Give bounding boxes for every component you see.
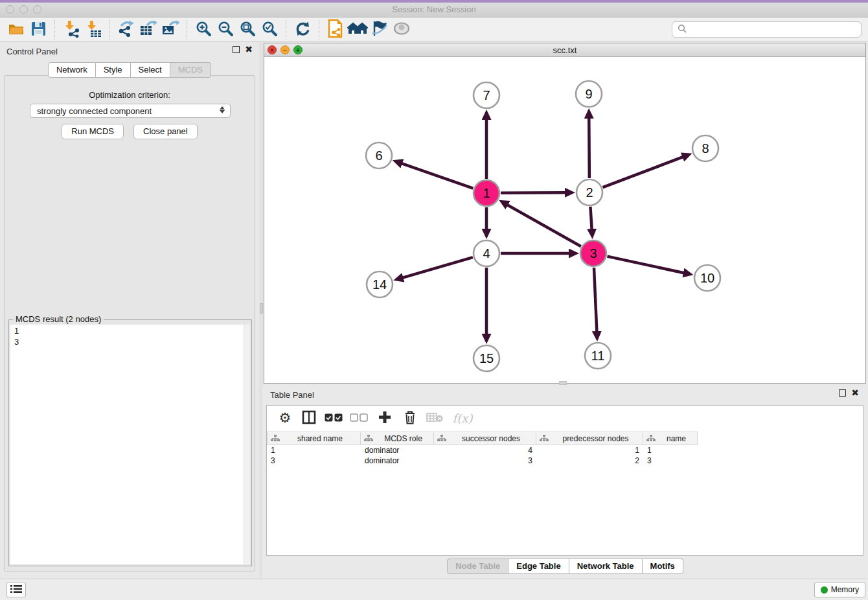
- export-network-button[interactable]: [115, 19, 137, 40]
- network-from-file-button[interactable]: [325, 19, 347, 40]
- task-history-button[interactable]: [6, 582, 26, 597]
- node-15[interactable]: 15: [474, 345, 499, 371]
- node-1[interactable]: 1: [474, 180, 499, 206]
- tab-style[interactable]: Style: [96, 62, 131, 78]
- memory-label: Memory: [831, 585, 859, 594]
- delete-column-button[interactable]: [398, 409, 422, 428]
- edge-4-14[interactable]: [403, 257, 473, 278]
- edge-1-6[interactable]: [402, 163, 473, 189]
- zoom-out-button[interactable]: [214, 19, 236, 40]
- criterion-dropdown[interactable]: strongly connected component: [30, 104, 231, 118]
- edge-2-8[interactable]: [603, 157, 683, 187]
- node-3[interactable]: 3: [580, 240, 606, 266]
- node-7[interactable]: 7: [474, 82, 499, 108]
- node-14[interactable]: 14: [367, 271, 393, 297]
- control-panel: Control Panel ✖ NetworkStyleSelectMCDS O…: [0, 42, 259, 579]
- deselect-all-rows-button[interactable]: [346, 409, 372, 428]
- export-image-button[interactable]: [159, 19, 181, 40]
- zoom-selected-button[interactable]: [258, 19, 280, 40]
- divider-handle[interactable]: [260, 303, 263, 314]
- node-6[interactable]: 6: [366, 143, 392, 168]
- save-session-button[interactable]: [27, 19, 49, 40]
- export-network-icon: [117, 19, 135, 40]
- show-graphics-button[interactable]: [391, 19, 413, 40]
- table-settings-button[interactable]: ⚙: [273, 409, 297, 428]
- apply-style-button[interactable]: [291, 19, 314, 40]
- eye-icon: [393, 21, 411, 38]
- close-table-panel-icon[interactable]: ✖: [851, 389, 859, 397]
- node-2[interactable]: 2: [577, 179, 602, 205]
- table-cell: 1: [536, 445, 643, 456]
- float-table-panel-icon[interactable]: [839, 389, 846, 397]
- node-table: shared nameMCDS rolesuccessor nodesprede…: [267, 432, 863, 466]
- memory-button[interactable]: Memory: [814, 582, 865, 597]
- search-box[interactable]: [672, 21, 862, 38]
- show-all-networks-button[interactable]: [347, 19, 369, 40]
- node-10[interactable]: 10: [694, 265, 720, 291]
- node-4[interactable]: 4: [474, 240, 499, 266]
- tab-mcds[interactable]: MCDS: [170, 62, 211, 78]
- column-header-MCDS-role[interactable]: MCDS role: [361, 432, 434, 445]
- search-input[interactable]: [691, 25, 856, 34]
- network-canvas[interactable]: 7968124314101511: [264, 57, 865, 383]
- float-panel-icon[interactable]: [233, 46, 240, 53]
- close-panel-icon[interactable]: ✖: [245, 46, 253, 53]
- table-toolbar: ⚙ f(x): [267, 406, 863, 431]
- import-network-button[interactable]: [60, 19, 82, 40]
- result-scrollbar[interactable]: [244, 325, 250, 564]
- network-window-titlebar[interactable]: × − + scc.txt: [264, 43, 865, 57]
- hide-visual-style-button[interactable]: [369, 19, 391, 40]
- split-handle[interactable]: [559, 381, 567, 385]
- import-table-button[interactable]: [82, 19, 104, 40]
- network-window: × − + scc.txt 7968124314101511: [264, 43, 866, 384]
- zoom-in-icon: [195, 20, 212, 40]
- node-label: 11: [591, 349, 605, 363]
- table-cell: 3: [643, 456, 698, 466]
- edge-3-1[interactable]: [507, 205, 581, 246]
- file-network-icon: [326, 19, 345, 40]
- export-table-button[interactable]: [137, 19, 159, 40]
- node-label: 14: [372, 277, 387, 292]
- edge-3-11[interactable]: [594, 268, 597, 332]
- table-row[interactable]: 1dominator411: [267, 445, 863, 456]
- tab-network[interactable]: Network: [48, 62, 96, 78]
- add-column-button[interactable]: [372, 409, 398, 428]
- zoom-in-button[interactable]: [192, 19, 214, 40]
- column-header-name[interactable]: name: [643, 432, 698, 445]
- fx-icon: f(x): [453, 411, 473, 425]
- edge-1-2[interactable]: [501, 192, 565, 193]
- edge-3-10[interactable]: [608, 257, 684, 273]
- table-panel-title: Table Panel: [270, 390, 314, 400]
- tab-node-table[interactable]: Node Table: [447, 559, 508, 574]
- column-header-successor-nodes[interactable]: successor nodes: [434, 432, 536, 445]
- node-11[interactable]: 11: [585, 343, 611, 369]
- node-8[interactable]: 8: [692, 135, 718, 161]
- node-label: 2: [586, 185, 593, 200]
- edge-2-3[interactable]: [590, 207, 591, 229]
- table-row[interactable]: 3dominator323: [267, 456, 863, 466]
- select-all-rows-button[interactable]: [321, 409, 346, 428]
- delete-table-icon: [426, 412, 443, 424]
- checked-boxes-icon: [325, 413, 343, 424]
- tab-network-table[interactable]: Network Table: [569, 559, 643, 574]
- mcds-result-area[interactable]: 1 3: [10, 325, 250, 564]
- function-builder-button-disabled: f(x): [447, 409, 478, 428]
- tab-edge-table[interactable]: Edge Table: [508, 559, 569, 574]
- zoom-fit-button[interactable]: [236, 19, 258, 40]
- mcds-result-text: 1 3: [10, 325, 250, 348]
- column-header-predecessor-nodes[interactable]: predecessor nodes: [536, 432, 643, 445]
- column-visibility-button[interactable]: [297, 409, 321, 428]
- open-session-button[interactable]: [5, 19, 27, 40]
- run-mcds-button[interactable]: Run MCDS: [62, 124, 124, 139]
- column-header-shared-name[interactable]: shared name: [267, 432, 361, 445]
- edge-2-9[interactable]: [589, 118, 589, 178]
- table-cell: 2: [536, 456, 643, 466]
- status-bar: Memory: [0, 579, 868, 600]
- node-9[interactable]: 9: [576, 81, 602, 107]
- optimization-criterion-label: Optimization criterion:: [5, 90, 255, 100]
- table-tabs: Node TableEdge TableNetwork TableMotifs: [262, 559, 868, 574]
- tab-motifs[interactable]: Motifs: [643, 559, 683, 574]
- close-panel-button[interactable]: Close panel: [133, 124, 198, 139]
- tab-select[interactable]: Select: [131, 62, 170, 78]
- columns-icon: [302, 410, 316, 426]
